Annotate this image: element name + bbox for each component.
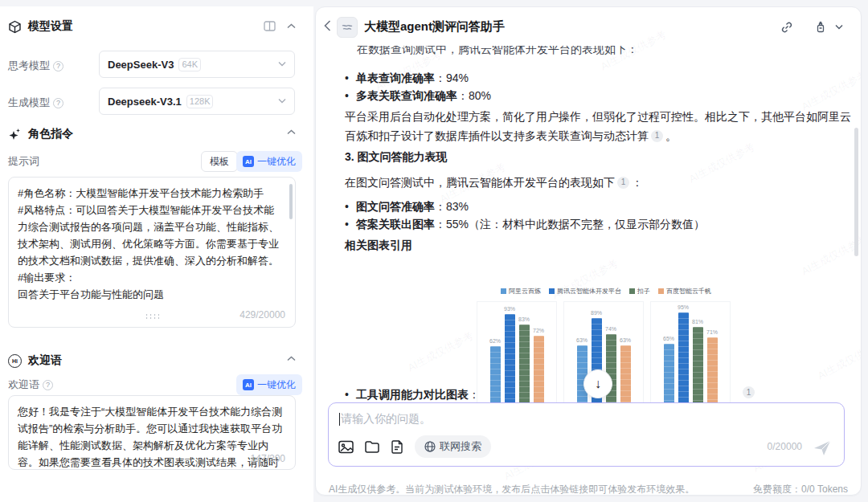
citation-badge[interactable]: 1	[651, 130, 663, 142]
chat-title: 大模型agent测评问答助手	[364, 19, 505, 35]
prompt-textbox: #角色名称：大模型智能体开发平台技术能力检索助手 #风格特点：可以回答关于大模型…	[8, 177, 296, 328]
collapse-model-icon[interactable]	[287, 23, 296, 29]
image-upload-icon[interactable]	[338, 440, 354, 454]
resize-handle-icon[interactable]	[145, 313, 159, 319]
bar-value-label: 83%	[518, 316, 530, 322]
chart-legend: 阿里云百炼腾讯云智能体开发平台扣子百度智能云千帆	[473, 287, 739, 296]
welcome-optimize-button[interactable]: AI 一键优化	[236, 374, 302, 395]
chat-message-area: 在数据查询测试中，腾讯云智能体开发平台的表现如下： •单表查询准确率：94% •…	[316, 46, 862, 399]
bar-value-label: 63%	[576, 337, 588, 343]
gen-model-context-badge: 128K	[186, 95, 214, 108]
citation-badge[interactable]: 1	[617, 177, 629, 189]
web-search-toggle[interactable]: 联网搜索	[415, 435, 491, 458]
legend-item: 阿里云百炼	[501, 287, 541, 296]
legend-swatch-icon	[549, 288, 555, 294]
list-item: •图文问答准确率：83%	[345, 197, 469, 216]
model-settings-title: 模型设置	[28, 19, 73, 34]
think-model-help-icon[interactable]: ?	[53, 61, 63, 71]
collapse-role-icon[interactable]	[287, 129, 296, 135]
ai-badge-icon: AI	[243, 379, 254, 390]
gen-model-value: Deepseek-V3.1	[108, 96, 182, 108]
legend-swatch-icon	[501, 288, 506, 294]
bar-value-label: 74%	[605, 326, 616, 332]
list-item: •单表查询准确率：94%	[345, 68, 469, 88]
bar-value-label: 72%	[533, 328, 544, 333]
welcome-help-icon[interactable]: ?	[43, 380, 53, 390]
paragraph: 在图文问答测试中，腾讯云智能体开发平台的表现如下1：	[345, 173, 853, 192]
welcome-char-count: 147/200	[251, 453, 285, 464]
input-toolbar: 联网搜索	[338, 435, 491, 458]
collapse-welcome-icon[interactable]	[287, 356, 296, 361]
back-icon[interactable]	[324, 20, 331, 31]
bar: 62%	[490, 346, 501, 411]
chat-header: 大模型agent测评问答助手	[316, 7, 861, 46]
ai-badge-icon: AI	[243, 156, 254, 167]
list-item: •工具调用能力对比图表：	[345, 385, 480, 404]
think-model-label: 思考模型 ?	[8, 59, 63, 73]
chevron-down-icon	[278, 61, 286, 67]
bar: 72%	[534, 336, 544, 411]
prompt-textarea[interactable]: #角色名称：大模型智能体开发平台技术能力检索助手 #风格特点：可以回答关于大模型…	[9, 178, 295, 327]
section-heading: 相关图表引用	[345, 239, 412, 253]
chat-input-box[interactable]: 请输入你的问题。 联网搜索 0/20000	[328, 402, 845, 467]
think-model-context-badge: 64K	[178, 58, 201, 71]
bar: 93%	[505, 314, 515, 411]
citation-badge[interactable]: 1	[743, 386, 755, 398]
prompt-optimize-label: 一键优化	[257, 155, 296, 169]
bar-value-label: 95%	[678, 304, 689, 310]
chevron-down-icon	[278, 98, 286, 104]
think-model-select[interactable]: DeepSeek-V3 64K	[99, 51, 295, 78]
split-panel-icon[interactable]	[264, 21, 276, 31]
bar-value-label: 63%	[620, 337, 631, 343]
legend-swatch-icon	[658, 288, 664, 294]
bar-value-label: 81%	[692, 319, 703, 324]
bar: 83%	[519, 324, 530, 411]
config-sidebar: 模型设置 思考模型 ? DeepSeek-V3 64K 生成模型 ? Deeps…	[0, 6, 313, 502]
agent-avatar	[337, 17, 358, 38]
sparkle-icon	[8, 128, 22, 141]
prompt-scrollbar[interactable]	[289, 184, 293, 219]
legend-swatch-icon	[629, 288, 635, 294]
globe-icon	[424, 441, 436, 452]
think-model-value: DeepSeek-V3	[108, 59, 174, 71]
bar-value-label: 62%	[489, 338, 501, 344]
prompt-char-count: 429/20000	[240, 309, 285, 320]
welcome-optimize-label: 一键优化	[257, 378, 296, 392]
bar: 95%	[678, 312, 689, 412]
folder-upload-icon[interactable]	[365, 440, 379, 453]
gen-model-select[interactable]: Deepseek-V3.1 128K	[99, 88, 295, 115]
role-instruction-title: 角色指令	[28, 127, 73, 141]
doc-upload-icon[interactable]	[391, 440, 403, 454]
scroll-to-bottom-button[interactable]: ↓	[583, 369, 612, 398]
prompt-optimize-button[interactable]: AI 一键优化	[236, 151, 302, 172]
welcome-label: 欢迎语 ?	[8, 378, 53, 392]
bar-value-label: 71%	[706, 329, 718, 335]
chat-input-placeholder: 请输入你的问题。	[339, 412, 431, 426]
template-button[interactable]: 模板	[201, 151, 238, 172]
input-char-count: 0/20000	[768, 441, 802, 452]
clipped-message-line: 在数据查询测试中，腾讯云智能体开发平台的表现如下：	[357, 46, 702, 55]
chat-preview-card: 大模型agent测评问答助手 在数据查询测试中，腾讯云智能体开发平台的表现如下：…	[315, 6, 862, 496]
gen-model-label: 生成模型 ?	[8, 96, 63, 110]
publish-icon[interactable]	[814, 21, 827, 34]
prompt-label: 提示词	[8, 154, 39, 169]
model-settings-header: 模型设置	[8, 19, 73, 34]
bar-value-label: 89%	[591, 310, 602, 316]
legend-item: 腾讯云智能体开发平台	[549, 287, 621, 296]
bar-value-label: 65%	[663, 336, 674, 341]
bar: 71%	[707, 337, 718, 411]
gen-model-help-icon[interactable]: ?	[53, 98, 63, 108]
section-heading: 3. 图文问答能力表现	[345, 150, 448, 165]
bar: 81%	[693, 327, 703, 411]
model-settings-actions	[264, 21, 296, 31]
link-icon[interactable]	[780, 21, 793, 34]
bar: 63%	[620, 345, 631, 411]
send-icon[interactable]	[813, 440, 831, 456]
model-cube-icon	[8, 20, 22, 34]
list-item: •答案关联出图率：55%（注：材料中此数据不完整，仅显示部分数值）	[345, 214, 705, 234]
legend-item: 百度智能云千帆	[658, 287, 711, 296]
publish-chevron-icon[interactable]	[835, 24, 843, 30]
quota-text: 免费额度：0/0 Tokens	[753, 483, 848, 496]
chat-scrollbar[interactable]	[854, 128, 858, 256]
legend-item: 扣子	[629, 287, 650, 296]
